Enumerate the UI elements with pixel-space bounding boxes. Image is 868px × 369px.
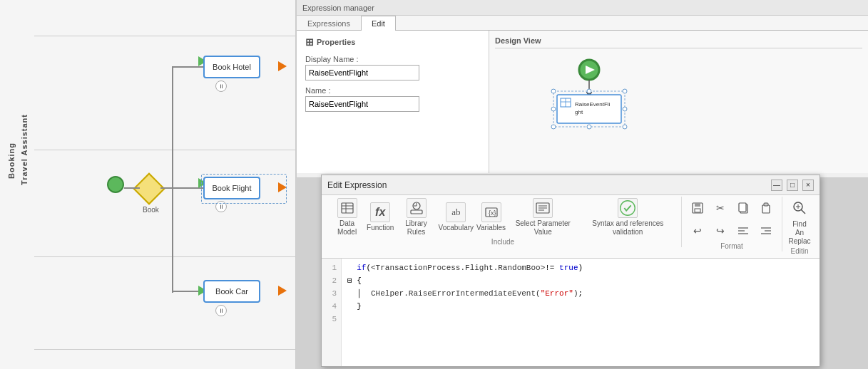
vocabulary-btn[interactable]: ab Vocabulary (439, 202, 474, 232)
svg-point-11 (587, 89, 591, 93)
edit-icons-row (790, 198, 810, 218)
conn-h1 (124, 187, 140, 189)
vocabulary-icon: ab (446, 202, 466, 222)
props-header: ⊞ Properties (305, 36, 480, 48)
select-parameter-label: Select Parameter Value (509, 219, 577, 237)
design-panel: Design View RaiseEventFli ght (489, 31, 868, 173)
svg-text:ght: ght (575, 109, 583, 115)
decision-node (133, 172, 165, 204)
minimize-button[interactable]: — (771, 180, 782, 191)
workflow-area: Booking Travel Assistant Book Book Hotel… (0, 0, 296, 369)
svg-rect-18 (342, 203, 353, 213)
expr-tabs: Expressions Edit (297, 16, 868, 31)
arrow-car-out (278, 286, 287, 296)
maximize-button[interactable]: □ (787, 180, 798, 191)
expression-manager: Expression manager Expressions Edit ⊞ Pr… (296, 0, 868, 178)
arrow-hotel-out (278, 61, 287, 71)
redo-btn[interactable]: ↪ (710, 221, 730, 241)
svg-rect-34 (695, 203, 700, 207)
close-button[interactable]: × (802, 180, 814, 191)
vocabulary-label: Vocabulary (439, 224, 474, 232)
toolbar-edit-group: Find AnReplac Editin (782, 197, 817, 256)
data-model-btn[interactable]: Data Model (330, 198, 364, 237)
library-rules-btn[interactable]: Library Rules (397, 198, 435, 237)
arrow-flight-out (278, 182, 287, 192)
data-model-icon (337, 198, 357, 218)
expr-title-bar: Expression manager (297, 0, 868, 16)
syntax-btn[interactable]: Syntax and references validation (581, 198, 675, 237)
svg-point-15 (551, 125, 556, 129)
code-editor[interactable]: if(<TransactionProcess.Flight.RandomBoo>… (342, 259, 820, 366)
line-numbers: 1 2 3 4 5 (322, 259, 342, 366)
edit-group-label: Editin (788, 247, 811, 255)
line-num-1: 1 (322, 261, 341, 274)
design-header: Design View (495, 36, 862, 48)
format-icons-row2: ↩ ↪ (688, 221, 776, 241)
svg-point-32 (621, 201, 635, 215)
start-node (107, 176, 124, 193)
edit-expression-dialog: Edit Expression — □ × Data Model (321, 175, 820, 367)
svg-rect-35 (695, 209, 700, 212)
code-line-2: ⊟ { (347, 274, 814, 287)
display-name-label: Display Name : (305, 55, 480, 63)
library-rules-label: Library Rules (397, 219, 435, 237)
library-rules-icon (407, 198, 427, 218)
svg-rect-25 (411, 210, 422, 214)
svg-text:RaiseEventFli: RaiseEventFli (575, 101, 611, 108)
data-model-label: Data Model (330, 219, 364, 237)
svg-point-13 (551, 107, 556, 111)
book-car-label: Book Car (215, 287, 248, 296)
maximize-icon: □ (790, 181, 795, 189)
svg-line-47 (801, 209, 805, 214)
svg-text:{x}: {x} (489, 209, 496, 217)
svg-point-14 (623, 107, 627, 111)
svg-point-17 (623, 125, 627, 129)
line-num-2: 2 (322, 274, 341, 287)
book-car-node[interactable]: Book Car (203, 280, 260, 303)
svg-rect-3 (557, 95, 621, 123)
svg-point-10 (551, 89, 556, 93)
code-line-4: } (347, 300, 814, 313)
tab-edit[interactable]: Edit (361, 16, 396, 31)
pause-flight: ⏸ (215, 201, 227, 212)
select-parameter-btn[interactable]: Select Parameter Value (509, 198, 577, 237)
variables-label: Variables (476, 224, 506, 232)
save-btn[interactable] (688, 198, 708, 218)
function-btn[interactable]: fx Function (367, 202, 394, 232)
align-left-btn[interactable] (733, 221, 753, 241)
code-area: 1 2 3 4 5 if(<TransactionProcess.Flight.… (322, 259, 820, 366)
undo-btn[interactable]: ↩ (688, 221, 708, 241)
book-flight-node[interactable]: Book Flight (203, 177, 260, 199)
pause-hotel: ⏸ (215, 80, 227, 92)
display-name-input[interactable] (305, 65, 419, 80)
find-replace-btn[interactable] (790, 198, 810, 218)
include-group-label: Include (330, 238, 675, 246)
syntax-label: Syntax and references validation (581, 219, 675, 237)
align-right-btn[interactable] (756, 221, 776, 241)
conn-h-hotel (172, 66, 208, 68)
variables-icon: {x} (481, 202, 501, 222)
select-parameter-icon (533, 198, 553, 218)
svg-rect-38 (762, 205, 770, 213)
paste-btn[interactable] (756, 198, 776, 218)
svg-rect-37 (739, 203, 746, 212)
name-input[interactable] (305, 96, 419, 112)
tab-expressions[interactable]: Expressions (297, 16, 361, 31)
book-hotel-node[interactable]: Book Hotel (203, 56, 260, 78)
function-icon: fx (370, 202, 390, 222)
expr-manager-title: Expression manager (302, 4, 374, 12)
cut-btn[interactable]: ✂ (710, 198, 730, 218)
variables-btn[interactable]: {x} Variables (476, 202, 506, 232)
toolbar-include-group: Data Model fx Function Library Rules ab (325, 197, 682, 247)
svg-rect-39 (764, 203, 768, 206)
conn-v-hotel (172, 66, 173, 190)
line-num-4: 4 (322, 300, 341, 313)
copy-btn[interactable] (733, 198, 753, 218)
format-group-label: Format (688, 242, 776, 250)
find-replace-label: Find AnReplac (788, 220, 811, 246)
properties-panel: ⊞ Properties Display Name : Name : (297, 31, 489, 173)
booking-label: Booking (7, 142, 16, 179)
name-label: Name : (305, 86, 480, 95)
code-line-3: │ CHelper.RaiseErrorIntermediateEvent("E… (347, 287, 814, 300)
format-icons-row: ✂ (688, 198, 776, 218)
